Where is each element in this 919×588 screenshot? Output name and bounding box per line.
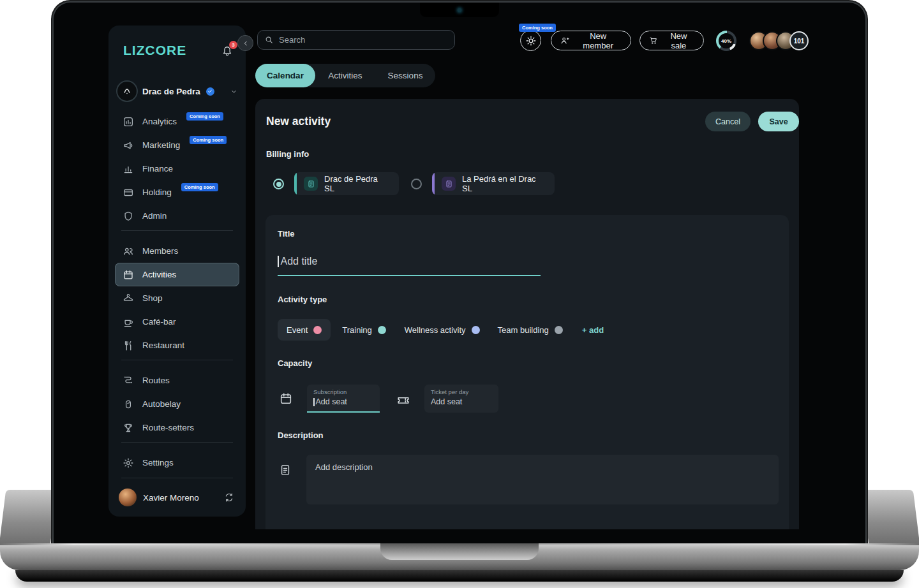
- sidebar-item-label: Holding: [142, 187, 172, 197]
- teambuilding-color-dot: [555, 326, 563, 334]
- coming-soon-badge: Coming soon: [181, 183, 218, 191]
- type-chip-event[interactable]: Event: [278, 319, 331, 341]
- sidebar-item-cafebar[interactable]: Café-bar: [115, 310, 239, 334]
- sidebar-item-routesetters[interactable]: Route-setters: [115, 416, 239, 439]
- divider: [121, 442, 233, 443]
- billing-doc-badge: [304, 177, 318, 191]
- sidebar-item-label: Restaurant: [142, 341, 184, 350]
- sidebar-collapse-button[interactable]: [238, 36, 253, 50]
- type-chip-wellness[interactable]: Wellness activity: [405, 325, 480, 335]
- laptop-base-side-right: [862, 490, 919, 545]
- new-member-label: New member: [574, 31, 622, 50]
- occupancy-ring[interactable]: 40%: [716, 31, 736, 51]
- shield-icon: [123, 210, 134, 222]
- gear-icon: [123, 457, 134, 469]
- divider: [121, 360, 233, 360]
- capacity-label: Capacity: [278, 358, 312, 368]
- sidebar-item-members[interactable]: Members: [115, 239, 239, 263]
- sidebar-item-label: Members: [142, 246, 178, 256]
- billing-info-label: Billing info: [266, 149, 309, 159]
- type-chip-training[interactable]: Training: [342, 325, 385, 335]
- sidebar-item-finance[interactable]: Finance: [115, 157, 239, 180]
- divider: [121, 230, 233, 231]
- coffee-cup-icon: [123, 316, 134, 328]
- subscription-placeholder: Add seat: [316, 397, 347, 406]
- gym-name: Drac de Pedra: [142, 87, 200, 96]
- gym-profile-selector[interactable]: Drac de Pedra: [117, 78, 238, 104]
- sidebar: LIZCORE 3 Drac de Pedra An: [108, 26, 246, 517]
- tab-activities[interactable]: Activities: [315, 64, 375, 87]
- verified-badge: [206, 87, 214, 96]
- type-label: Training: [342, 325, 371, 335]
- notifications-button[interactable]: 3: [221, 45, 233, 56]
- cancel-button[interactable]: Cancel: [705, 112, 751, 131]
- sidebar-item-routes[interactable]: Routes: [115, 369, 239, 392]
- laptop-screen: LIZCORE 3 Drac de Pedra An: [54, 3, 865, 543]
- sidebar-item-label: Routes: [142, 376, 170, 385]
- save-button[interactable]: Save: [758, 112, 799, 131]
- sidebar-item-holding[interactable]: Holding Coming soon: [115, 180, 239, 204]
- sidebar-item-settings[interactable]: Settings: [115, 451, 239, 474]
- billing-option-pedra[interactable]: La Pedrá en el Drac SL: [432, 172, 555, 195]
- billing-radio-pedra[interactable]: [411, 179, 422, 189]
- sidebar-item-label: Café-bar: [142, 317, 176, 327]
- title-label: Title: [278, 229, 295, 239]
- subscription-calendar-icon: [279, 392, 293, 406]
- bar-chart-icon: [123, 163, 134, 175]
- sidebar-item-analytics[interactable]: Analytics Coming soon: [115, 110, 239, 133]
- type-chip-teambuilding[interactable]: Team building: [498, 325, 563, 335]
- megaphone-icon: [123, 140, 134, 151]
- sidebar-section-operations: Members Activities Shop Café-bar Restaur…: [108, 239, 246, 357]
- sidebar-item-restaurant[interactable]: Restaurant: [115, 334, 239, 357]
- wellness-color-dot: [472, 326, 480, 334]
- divider: [121, 478, 233, 478]
- current-user[interactable]: Xavier Moreno: [108, 481, 246, 517]
- ticket-per-day-field[interactable]: Ticket per day Add seat: [424, 385, 498, 413]
- billing-option-label: La Pedrá en el Drac SL: [462, 174, 544, 193]
- text-caret: [278, 256, 279, 267]
- new-sale-button[interactable]: New sale: [639, 31, 704, 50]
- subscription-seats-field[interactable]: Subscription Add seat: [307, 385, 380, 413]
- activity-type-label: Activity type: [278, 295, 327, 304]
- search-input[interactable]: [279, 35, 448, 45]
- member-count-badge: 101: [789, 31, 809, 50]
- switch-user-icon[interactable]: [224, 492, 234, 503]
- description-input[interactable]: Add description: [306, 455, 779, 504]
- sidebar-item-label: Analytics: [142, 117, 177, 126]
- sidebar-item-autobelay[interactable]: Autobelay: [115, 392, 239, 416]
- billing-radio-drac[interactable]: [273, 179, 284, 189]
- sidebar-item-label: Finance: [142, 164, 173, 173]
- sidebar-item-marketing[interactable]: Marketing Coming soon: [115, 133, 239, 157]
- tab-calendar[interactable]: Calendar: [255, 64, 315, 87]
- notification-count-badge: 3: [229, 41, 237, 49]
- subscription-field-label: Subscription: [313, 388, 373, 395]
- add-type-button[interactable]: + add: [582, 325, 604, 335]
- person-plus-icon: [560, 36, 569, 45]
- laptop-base-edge: [15, 570, 904, 582]
- sidebar-item-label: Shop: [142, 293, 163, 303]
- new-member-button[interactable]: New member: [551, 31, 631, 50]
- sidebar-item-label: Activities: [142, 270, 176, 279]
- team-avatars[interactable]: 101: [749, 31, 809, 50]
- hanger-icon: [123, 293, 134, 304]
- text-caret: [313, 398, 315, 406]
- sidebar-item-activities[interactable]: Activities: [115, 263, 239, 286]
- laptop-base: [0, 543, 919, 570]
- new-sale-label: New sale: [663, 31, 694, 50]
- new-activity-panel: New activity Cancel Save Billing info Dr…: [255, 99, 799, 529]
- laptop-lid-scoop: [380, 543, 539, 560]
- description-doc-icon: [279, 464, 292, 476]
- sidebar-item-label: Marketing: [142, 140, 180, 150]
- search-bar[interactable]: [257, 30, 455, 50]
- tab-sessions[interactable]: Sessions: [375, 64, 435, 87]
- panel-title: New activity: [266, 115, 331, 128]
- weather-button[interactable]: [520, 30, 541, 51]
- sidebar-item-label: Settings: [142, 458, 174, 467]
- camera-notch: [420, 3, 499, 17]
- title-input[interactable]: Add title: [278, 248, 541, 276]
- billing-option-drac[interactable]: Drac de Pedra SL: [294, 172, 399, 195]
- sidebar-item-shop[interactable]: Shop: [115, 286, 239, 310]
- laptop-base-side-left: [0, 490, 57, 545]
- sidebar-item-admin[interactable]: Admin: [115, 204, 239, 228]
- document-icon: [445, 180, 453, 188]
